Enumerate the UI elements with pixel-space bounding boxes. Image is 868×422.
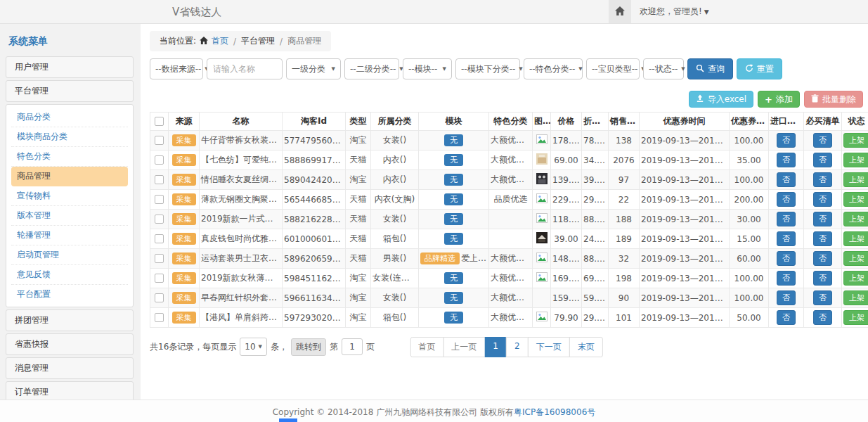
sidebar-item[interactable]: 省惠快报 [6, 333, 134, 355]
module-cell: 无 [419, 288, 489, 308]
sidebar-subitem[interactable]: 轮播管理 [11, 226, 128, 245]
row-checkbox[interactable] [155, 155, 164, 165]
row-checkbox[interactable] [155, 136, 164, 145]
user-menu[interactable]: 欢迎您，管理员!▼ [640, 6, 709, 18]
sidebar-subitem[interactable]: 商品分类 [11, 108, 128, 127]
status-cell: 上架 [842, 229, 868, 249]
import-excel-button[interactable]: 导入excel [689, 91, 753, 108]
add-button[interactable]: + 添加 [758, 91, 800, 108]
filter-select-module[interactable]: --模块--▼ [403, 58, 452, 79]
home-button[interactable] [609, 0, 631, 23]
reset-button[interactable]: 重置 [737, 58, 782, 79]
sidebar-subitem[interactable]: 商品管理 [11, 167, 128, 186]
page-button[interactable]: 末页 [569, 337, 603, 357]
sidebar-subitem[interactable]: 平台配置 [11, 285, 128, 304]
sidebar-subitem[interactable]: 特色分类 [11, 147, 128, 167]
column-header: 销售数量 [609, 113, 640, 131]
search-button[interactable]: 查询 [687, 58, 733, 79]
sidebar-item[interactable]: 用户管理 [6, 56, 134, 78]
column-header: 优惠券金额 [730, 113, 769, 131]
status-button[interactable]: 上架 [843, 290, 868, 305]
filter-select-data-source[interactable]: --数据来源--▼ [150, 58, 203, 79]
import-select-toggle[interactable]: 否 [777, 153, 796, 167]
status-button[interactable]: 上架 [843, 153, 868, 167]
import-select-toggle[interactable]: 否 [777, 310, 796, 325]
page-button[interactable]: 上一页 [443, 337, 485, 357]
row-checkbox[interactable] [155, 293, 164, 302]
row-checkbox[interactable] [155, 254, 164, 263]
sidebar-subitem[interactable]: 启动页管理 [11, 245, 128, 265]
row-checkbox[interactable] [155, 215, 164, 224]
must-buy-toggle[interactable]: 否 [813, 310, 832, 325]
status-button[interactable]: 上架 [843, 212, 868, 226]
filter-select-item-type[interactable]: --宝贝类型--▼ [586, 58, 640, 79]
sidebar-subitem[interactable]: 版本管理 [11, 206, 128, 226]
status-button[interactable]: 上架 [843, 251, 868, 266]
sidebar-item[interactable]: 平台管理 [6, 80, 134, 102]
jump-button[interactable]: 跳转到 [291, 338, 326, 356]
status-button[interactable]: 上架 [843, 271, 868, 286]
must-buy-toggle[interactable]: 否 [813, 153, 832, 167]
must-buy-toggle[interactable]: 否 [813, 290, 832, 305]
sidebar-subitem[interactable]: 宣传物料 [11, 186, 128, 206]
per-page-select[interactable]: 10 ▼ [240, 338, 267, 356]
sidebar-subitem[interactable]: 意见反馈 [11, 265, 128, 285]
filter-select-label: --模块下分类-- [461, 63, 515, 75]
horizontal-scrollbar-thumb[interactable] [279, 418, 297, 422]
must-buy-toggle[interactable]: 否 [813, 251, 832, 266]
page-button[interactable]: 2 [506, 337, 529, 357]
chevron-down-icon: ▼ [332, 66, 335, 72]
must-buy-toggle[interactable]: 否 [813, 192, 832, 207]
coupon-time: 2019-09-13—2019-09-17 [640, 288, 730, 308]
icon-cell [533, 151, 551, 170]
row-checkbox[interactable] [155, 175, 164, 184]
must-buy-toggle[interactable]: 否 [813, 231, 832, 246]
sidebar-subitem[interactable]: 模块商品分类 [11, 127, 128, 147]
price: 39.00 [551, 229, 582, 249]
import-select-toggle[interactable]: 否 [777, 251, 796, 266]
filter-select-status[interactable]: --状态--▼ [643, 58, 684, 79]
import-select-toggle[interactable]: 否 [777, 271, 796, 286]
select-all-checkbox[interactable] [155, 117, 164, 126]
batch-delete-button[interactable]: 批量删除 [804, 91, 863, 108]
product-name: 情侣睡衣女夏丝绸男士... [200, 170, 283, 190]
import-select-toggle[interactable]: 否 [777, 231, 796, 246]
table-row: 采集【七色纺】可爱纯棉家...588869917501天猫内衣()无大额优惠券6… [150, 151, 868, 170]
page-button[interactable]: 首页 [410, 337, 443, 357]
import-select-toggle[interactable]: 否 [777, 172, 796, 187]
breadcrumb-home-link[interactable]: 首页 [212, 35, 228, 47]
coupon-amount: 60.00 [730, 249, 769, 269]
status-button[interactable]: 上架 [843, 133, 868, 148]
page-number-input[interactable] [342, 338, 363, 355]
icon-cell [533, 269, 551, 288]
must-buy-toggle[interactable]: 否 [813, 172, 832, 187]
page-button[interactable]: 下一页 [528, 337, 570, 357]
status-button[interactable]: 上架 [843, 192, 868, 207]
search-button-label: 查询 [708, 63, 725, 75]
row-checkbox[interactable] [155, 274, 164, 283]
row-checkbox[interactable] [155, 195, 164, 204]
filter-input-name[interactable] [207, 58, 283, 79]
icp-link[interactable]: 粤ICP备16098006号 [514, 407, 595, 417]
import-select-toggle[interactable]: 否 [777, 290, 796, 305]
import-select-toggle[interactable]: 否 [777, 133, 796, 148]
row-checkbox[interactable] [155, 234, 164, 243]
row-checkbox[interactable] [155, 313, 164, 322]
filter-select-module-subcategory[interactable]: --模块下分类--▼ [455, 58, 520, 79]
filter-select-feature-category[interactable]: --特色分类--▼ [524, 58, 583, 79]
filter-select-level2-category[interactable]: --二级分类--▼ [344, 58, 399, 79]
must-buy-toggle[interactable]: 否 [813, 133, 832, 148]
filter-select-label: 一级分类 [292, 63, 325, 75]
filter-select-level1-category[interactable]: 一级分类▼ [286, 58, 341, 79]
must-buy-toggle[interactable]: 否 [813, 212, 832, 226]
sidebar-item[interactable]: 拼团管理 [6, 309, 134, 331]
product-category: 女装() [371, 288, 419, 308]
status-button[interactable]: 上架 [843, 172, 868, 187]
page-button[interactable]: 1 [484, 337, 507, 357]
status-button[interactable]: 上架 [843, 310, 868, 325]
import-select-toggle[interactable]: 否 [777, 212, 796, 226]
sidebar-item[interactable]: 消息管理 [6, 357, 134, 379]
must-buy-toggle[interactable]: 否 [813, 271, 832, 286]
import-select-toggle[interactable]: 否 [777, 192, 796, 207]
status-button[interactable]: 上架 [843, 231, 868, 246]
